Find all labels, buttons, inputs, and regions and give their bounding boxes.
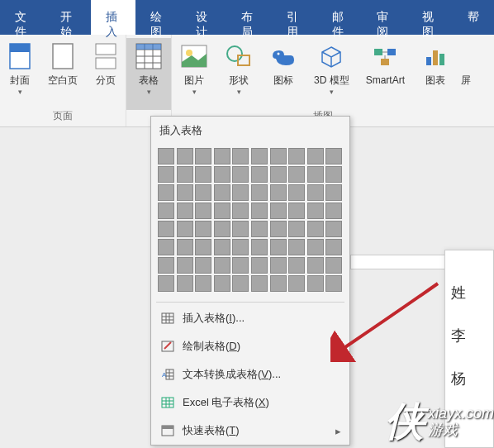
grid-cell[interactable] [195, 257, 211, 274]
tab-references[interactable]: 引用 [272, 0, 317, 35]
grid-cell[interactable] [270, 275, 287, 292]
grid-cell[interactable] [270, 257, 287, 274]
grid-cell[interactable] [195, 221, 211, 237]
grid-cell[interactable] [251, 148, 268, 164]
grid-cell[interactable] [307, 148, 324, 164]
icons-button[interactable]: 图标 [261, 38, 306, 107]
tab-mailings[interactable]: 邮件 [317, 0, 363, 35]
quick-tables-menu-item[interactable]: 快速表格(T) ▸ [151, 417, 349, 445]
grid-cell[interactable] [232, 166, 249, 183]
grid-cell[interactable] [232, 184, 249, 201]
grid-cell[interactable] [158, 221, 174, 237]
grid-cell[interactable] [195, 275, 211, 292]
grid-cell[interactable] [177, 239, 193, 255]
grid-cell[interactable] [158, 148, 174, 164]
grid-cell[interactable] [288, 221, 305, 237]
grid-cell[interactable] [251, 166, 268, 183]
grid-cell[interactable] [177, 166, 193, 183]
grid-cell[interactable] [214, 203, 230, 219]
grid-cell[interactable] [307, 203, 324, 219]
grid-cell[interactable] [158, 257, 174, 274]
grid-cell[interactable] [251, 275, 268, 292]
table-grid-picker[interactable] [151, 145, 349, 300]
grid-cell[interactable] [325, 166, 342, 183]
tab-layout[interactable]: 布局 [226, 0, 272, 35]
grid-cell[interactable] [325, 239, 342, 255]
grid-cell[interactable] [177, 275, 193, 292]
grid-cell[interactable] [307, 275, 324, 292]
grid-cell[interactable] [158, 184, 174, 201]
grid-cell[interactable] [307, 257, 324, 274]
grid-cell[interactable] [158, 166, 174, 183]
grid-cell[interactable] [214, 184, 230, 201]
grid-cell[interactable] [288, 239, 305, 255]
grid-cell[interactable] [177, 257, 193, 274]
grid-cell[interactable] [232, 148, 249, 164]
grid-cell[interactable] [251, 184, 268, 201]
grid-cell[interactable] [270, 148, 287, 164]
grid-cell[interactable] [288, 257, 305, 274]
grid-cell[interactable] [288, 275, 305, 292]
grid-cell[interactable] [214, 239, 230, 255]
tab-file[interactable]: 文件 [0, 0, 45, 35]
grid-cell[interactable] [325, 203, 342, 219]
grid-cell[interactable] [214, 257, 230, 274]
picture-button[interactable]: 图片 ▾ [172, 38, 216, 107]
grid-cell[interactable] [214, 166, 230, 183]
grid-cell[interactable] [214, 221, 230, 237]
grid-cell[interactable] [177, 203, 193, 219]
tab-view[interactable]: 视图 [407, 0, 453, 35]
grid-cell[interactable] [214, 148, 230, 164]
grid-cell[interactable] [288, 203, 305, 219]
blank-page-button[interactable]: 空白页 [40, 38, 86, 107]
tab-design[interactable]: 设计 [181, 0, 226, 35]
grid-cell[interactable] [232, 257, 249, 274]
grid-cell[interactable] [270, 166, 287, 183]
grid-cell[interactable] [288, 184, 305, 201]
tab-review[interactable]: 审阅 [362, 0, 407, 35]
screenshot-button[interactable]: 屏 [458, 38, 474, 107]
document-text[interactable]: 李 [451, 326, 466, 346]
grid-cell[interactable] [232, 239, 249, 255]
grid-cell[interactable] [270, 203, 287, 219]
tab-draw[interactable]: 绘图 [135, 0, 181, 35]
grid-cell[interactable] [270, 184, 287, 201]
grid-cell[interactable] [195, 148, 211, 164]
tab-insert[interactable]: 插入 [91, 0, 136, 35]
grid-cell[interactable] [214, 275, 230, 292]
grid-cell[interactable] [325, 184, 342, 201]
grid-cell[interactable] [232, 221, 249, 237]
grid-cell[interactable] [270, 239, 287, 255]
grid-cell[interactable] [195, 184, 211, 201]
grid-cell[interactable] [251, 221, 268, 237]
grid-cell[interactable] [158, 239, 174, 255]
grid-cell[interactable] [177, 184, 193, 201]
grid-cell[interactable] [325, 148, 342, 164]
grid-cell[interactable] [251, 257, 268, 274]
grid-cell[interactable] [325, 221, 342, 237]
grid-cell[interactable] [325, 275, 342, 292]
table-button[interactable]: 表格 ▾ [126, 38, 171, 110]
draw-table-menu-item[interactable]: 绘制表格(D) [151, 332, 349, 360]
convert-text-to-table-menu-item[interactable]: A 文本转换成表格(V)... [151, 360, 349, 388]
page-break-button[interactable]: 分页 [86, 38, 126, 107]
grid-cell[interactable] [307, 166, 324, 183]
tab-home[interactable]: 开始 [45, 0, 91, 35]
smartart-button[interactable]: SmartArt [358, 38, 413, 107]
grid-cell[interactable] [251, 239, 268, 255]
grid-cell[interactable] [195, 166, 211, 183]
grid-cell[interactable] [307, 221, 324, 237]
grid-cell[interactable] [195, 239, 211, 255]
3d-models-button[interactable]: 3D 模型 ▾ [306, 38, 358, 107]
shapes-button[interactable]: 形状 ▾ [216, 38, 261, 107]
grid-cell[interactable] [158, 203, 174, 219]
chart-button[interactable]: 图表 [413, 38, 458, 107]
grid-cell[interactable] [177, 221, 193, 237]
grid-cell[interactable] [325, 257, 342, 274]
grid-cell[interactable] [195, 203, 211, 219]
insert-table-menu-item[interactable]: 插入表格(I)... [151, 304, 349, 332]
grid-cell[interactable] [232, 275, 249, 292]
grid-cell[interactable] [288, 148, 305, 164]
excel-spreadsheet-menu-item[interactable]: Excel 电子表格(X) [151, 388, 349, 417]
grid-cell[interactable] [307, 239, 324, 255]
